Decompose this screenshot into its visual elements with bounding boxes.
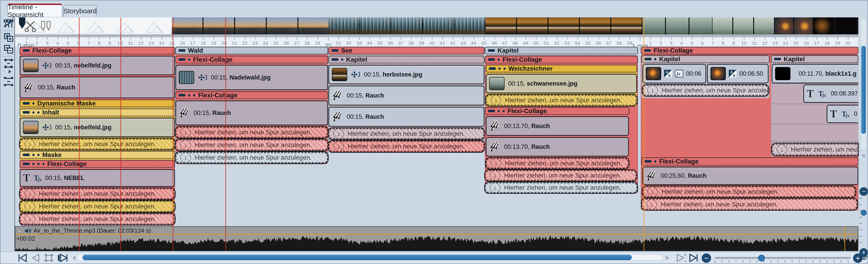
collapse-icon[interactable] xyxy=(488,49,495,52)
track-zoom-thumb[interactable] xyxy=(861,210,867,216)
header-flexi-collage[interactable]: Flexi-Collage xyxy=(641,47,858,55)
vertical-scrollbar-track[interactable] xyxy=(861,19,866,151)
horizontal-scrollbar-track[interactable] xyxy=(77,254,663,261)
dropzone-new-track[interactable]: ↓Hierher ziehen, um neue Spu... xyxy=(772,143,858,156)
dropzone-new-track[interactable]: ↓Hierher ziehen, um neue Spur anzulegen. xyxy=(486,158,629,169)
dropzone-new-track[interactable]: ↓Hierher ziehen, um neue Spur anzulegen. xyxy=(329,141,485,152)
track-zoom-in-button[interactable]: + xyxy=(860,248,868,257)
chapter-marker-line[interactable] xyxy=(225,18,226,251)
scro ll-down-arrow[interactable] xyxy=(862,155,866,158)
dropzone-new-track[interactable]: ↓Hierher ziehen, um neue Spur anzulegen. xyxy=(176,152,328,163)
header-flexi-collage-sub[interactable]: Flexi-Collage xyxy=(642,157,858,166)
skip-start-button[interactable] xyxy=(17,253,29,262)
clip-text-008397[interactable]: T Tfx 00:08.397 xyxy=(803,85,858,103)
header-see[interactable]: See xyxy=(329,47,485,55)
dropzone-new-track[interactable]: ↓Hierher ziehen, um neue Spur anzulegen. xyxy=(329,128,485,139)
header-kapitel-a[interactable]: Kapitel xyxy=(642,55,770,63)
collapse-icon[interactable] xyxy=(179,58,185,61)
clip-sunset-006[interactable]: AB fx 00:06 xyxy=(643,64,706,83)
clip-black1x1[interactable]: AB 00:11.70, black1x1.g xyxy=(772,64,858,83)
object-mode-icon[interactable] xyxy=(4,19,14,28)
header-flexi-collage[interactable]: Flexi-Collage xyxy=(20,47,175,55)
clip-herbstsee[interactable]: 00:15, herbstsee.jpg xyxy=(329,65,485,84)
clip-rauch-2560[interactable]: 00:25.60, Rauch xyxy=(643,167,858,185)
header-flexi-collage-nested[interactable]: Flexi-Collage xyxy=(485,107,629,115)
expand-height-icon[interactable] xyxy=(3,76,14,87)
time-ruler[interactable]: 0 min 1234567891011121314151617181920212… xyxy=(15,37,858,47)
clip-rauch-1370[interactable]: 00:13.70, Rauch xyxy=(486,116,629,136)
dropzone-new-track[interactable]: ↓Hierher ziehen, um neue Spur anzulegen. xyxy=(176,139,328,151)
collapse-icon[interactable] xyxy=(23,102,30,105)
header-inhalt[interactable]: Inhalt xyxy=(20,109,175,116)
clip-rauch[interactable]: 00:15, Rauch xyxy=(329,107,485,127)
collapse-icon[interactable] xyxy=(488,58,495,61)
header-dynamische-maske[interactable]: Dynamische Maske xyxy=(20,100,175,107)
chapter-marker-line[interactable] xyxy=(121,18,121,251)
collapse-icon[interactable] xyxy=(774,58,781,60)
dropzone-new-track[interactable]: ↓Hierher ziehen, um neue Spur anzulegen. xyxy=(20,188,175,199)
header-flexi-collage[interactable]: Flexi-Collage xyxy=(176,92,328,99)
header-flexi-collage[interactable]: Flexi-Collage xyxy=(176,56,328,63)
dropzone-new-track[interactable]: ↓Hierher ziehen, um neue Spur anzulegen. xyxy=(642,199,857,210)
clip-text-2[interactable]: T Tfx 0 xyxy=(827,105,858,123)
zoom-in-tracks-icon[interactable] xyxy=(4,33,14,42)
clip-sunset-00650[interactable]: AB 00:06.50 xyxy=(707,64,769,83)
collapse-icon[interactable] xyxy=(23,163,30,165)
clip-rauch-1370[interactable]: 00:13.70, Rauch xyxy=(486,137,629,157)
play-range-button[interactable] xyxy=(57,253,69,263)
header-flexi-collage[interactable]: Flexi-Collage xyxy=(485,56,638,63)
collapse-icon[interactable] xyxy=(488,110,495,112)
collapse-icon[interactable] xyxy=(489,67,496,70)
dropzone-new-track[interactable]: ↓Hierher ziehen, um neue Spur anzulegen. xyxy=(20,201,175,212)
zoom-slider-track[interactable] xyxy=(715,257,850,259)
clip-nebel-title[interactable]: T Tfx 00:15, NEBEL xyxy=(20,169,175,187)
skip-end-button[interactable] xyxy=(688,253,699,263)
volume-line[interactable] xyxy=(16,234,858,235)
dropzone-new-track[interactable]: ↓Hierher ziehen, um neue Spur anzulegen. xyxy=(486,95,637,106)
fit-height-icon[interactable] xyxy=(3,59,14,68)
zoom-slider-thumb[interactable] xyxy=(758,255,765,262)
zoom-out-tracks-icon[interactable] xyxy=(4,44,14,54)
previous-frame-button[interactable] xyxy=(31,253,41,262)
clip-rauch[interactable]: 00:15, Rauch xyxy=(20,76,175,98)
collapse-icon[interactable] xyxy=(23,154,30,156)
header-kapitel[interactable]: Kapitel xyxy=(485,47,638,55)
header-kapitel-b[interactable]: Kapitel xyxy=(771,55,858,63)
collapse-icon[interactable] xyxy=(645,58,651,60)
dropzone-new-track[interactable]: ↓Hierher ziehen, um neue Spur anzulegen. xyxy=(485,182,638,193)
dropzone-new-track[interactable]: ↓Hierher ziehen, um neue Spur anzulegen. xyxy=(643,186,856,197)
dropzone-new-track[interactable]: ↓Hierher ziehen, um neue Spur anzulegen. xyxy=(643,85,769,96)
track-zoom-out-button[interactable]: − xyxy=(860,187,868,196)
header-weichzeichner[interactable]: Weichzeichner xyxy=(486,65,637,72)
chapter-marker-line[interactable] xyxy=(173,18,174,251)
range-button[interactable] xyxy=(44,253,54,262)
collapse-icon[interactable] xyxy=(332,49,338,52)
collapse-icon[interactable] xyxy=(645,160,651,163)
collapse-icon[interactable] xyxy=(332,58,338,61)
rail-flyout-arrow-icon[interactable] xyxy=(8,70,11,73)
collapse-icon[interactable] xyxy=(179,94,185,96)
clip-nadelwald[interactable]: 00:15, Nadelwald.jpg xyxy=(176,65,328,90)
tab-timeline[interactable]: Timeline - Spuransicht xyxy=(7,4,62,17)
clip-nebelfeld-inhalt[interactable]: 00:15, nebelfeld.jpg xyxy=(20,118,175,137)
scroll-left-arrow[interactable] xyxy=(72,256,75,260)
tab-storyboard[interactable]: Storyboard xyxy=(63,5,97,17)
collapse-icon[interactable] xyxy=(23,111,30,113)
dropzone-new-track[interactable]: ↓Hierher ziehen, um neue Spur anzulegen. xyxy=(485,170,637,181)
zoom-out-button[interactable]: − xyxy=(702,253,711,263)
dropzone-new-track[interactable]: ↓Hierher ziehen, um neue Spur anzulegen. xyxy=(176,127,328,138)
audio-marker-line[interactable] xyxy=(844,226,845,251)
vertical-scrollbar-thumb[interactable] xyxy=(861,46,866,134)
header-wald[interactable]: Wald xyxy=(176,47,328,55)
filmstrip-preview[interactable]: NEBELNEBELNEBELNEBELNEBEL xyxy=(15,18,858,34)
clip-rauch[interactable]: 00:15, Rauch xyxy=(329,86,485,105)
collapse-icon[interactable] xyxy=(23,49,30,52)
clip-schwanensee[interactable]: 00:15, schwanensee.jpg xyxy=(486,74,637,93)
playhead-marker-line[interactable] xyxy=(644,18,644,251)
clip-nebelfeld[interactable]: 00:15, nebelfeld.jpg xyxy=(20,56,175,75)
play-to-end-button[interactable] xyxy=(675,253,687,263)
chapter-marker-line[interactable] xyxy=(79,18,80,251)
header-kapitel[interactable]: Kapitel xyxy=(329,56,485,63)
dropzone-new-track[interactable]: ↓Hierher ziehen, um neue Spur anzulegen. xyxy=(20,213,175,225)
clip-rauch[interactable]: 00:15, Rauch xyxy=(176,100,328,125)
